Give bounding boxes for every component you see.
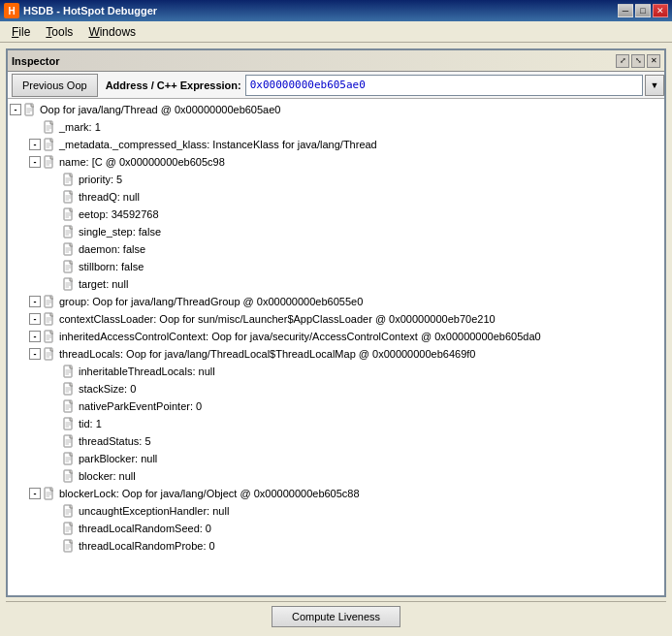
tree-row[interactable]: _mark: 1 — [8, 118, 664, 136]
file-icon — [43, 347, 56, 361]
tree-item-text: tid: 1 — [79, 418, 102, 429]
tree-row[interactable]: - threadLocals: Oop for java/lang/Thread… — [8, 345, 664, 363]
file-icon — [43, 138, 56, 151]
inspector-title: Inspector — [12, 55, 616, 67]
main-area: Inspector ⤢ ⤡ ✕ Previous Oop Address / C… — [0, 43, 672, 636]
tree-item-text: blockerLock: Oop for java/lang/Object @ … — [59, 488, 360, 499]
window-controls: ─ □ ✕ — [618, 4, 668, 17]
file-icon — [62, 260, 76, 273]
address-label: Address / C++ Expression: — [102, 80, 245, 91]
tree-row[interactable]: nativeParkEventPointer: 0 — [8, 398, 664, 415]
address-input[interactable] — [245, 75, 643, 96]
inspector-toolbar: Previous Oop Address / C++ Expression: ▼ — [8, 72, 664, 99]
tree-item-text: Oop for java/lang/Thread @ 0x00000000eb6… — [40, 104, 280, 115]
tree-item-text: nativeParkEventPointer: 0 — [79, 400, 202, 412]
expand-collapse-icon[interactable]: - — [10, 104, 21, 115]
tree-row[interactable]: daemon: false — [8, 240, 664, 258]
file-icon — [43, 487, 56, 500]
file-icon — [62, 522, 76, 535]
tree-row[interactable]: - Oop for java/lang/Thread @ 0x00000000e… — [8, 101, 664, 118]
tree-item-text: parkBlocker: null — [79, 453, 157, 464]
tree-item-text: contextClassLoader: Oop for sun/misc/Lau… — [59, 313, 496, 325]
file-icon — [62, 539, 76, 553]
tree-row[interactable]: stackSize: 0 — [8, 380, 664, 398]
menu-bar: File Tools Windows — [0, 21, 672, 43]
tree-row[interactable]: tid: 1 — [8, 415, 664, 432]
file-icon — [43, 330, 56, 343]
file-icon — [43, 155, 56, 169]
file-icon — [62, 173, 76, 186]
expand-collapse-icon[interactable]: - — [29, 331, 41, 342]
tree-item-text: blocker: null — [79, 470, 136, 482]
expand-collapse-icon[interactable]: - — [29, 139, 41, 150]
expand-collapse-icon[interactable]: - — [29, 313, 41, 325]
tree-row[interactable]: - group: Oop for java/lang/ThreadGroup @… — [8, 293, 664, 310]
tree-row[interactable]: threadStatus: 5 — [8, 432, 664, 450]
file-icon — [62, 434, 76, 448]
inspector-panel: Inspector ⤢ ⤡ ✕ Previous Oop Address / C… — [6, 48, 666, 597]
inspector-close-icon[interactable]: ✕ — [647, 54, 660, 68]
expand-collapse-icon[interactable]: - — [29, 296, 41, 307]
file-icon — [43, 120, 56, 134]
tree-item-text: eetop: 34592768 — [79, 208, 159, 220]
menu-file[interactable]: File — [4, 23, 38, 41]
tree-row[interactable]: - inheritedAccessControlContext: Oop for… — [8, 328, 664, 345]
file-icon — [43, 295, 56, 308]
tree-row[interactable]: blocker: null — [8, 467, 664, 485]
minimize-button[interactable]: ─ — [618, 4, 633, 17]
file-icon — [62, 382, 76, 396]
file-icon — [62, 365, 76, 378]
tree-row[interactable]: target: null — [8, 275, 664, 293]
title-bar: H HSDB - HotSpot Debugger ─ □ ✕ — [0, 0, 672, 21]
address-dropdown-button[interactable]: ▼ — [645, 75, 664, 96]
tree-item-text: group: Oop for java/lang/ThreadGroup @ 0… — [59, 296, 363, 307]
previous-oop-button[interactable]: Previous Oop — [12, 74, 98, 97]
inspector-title-icons: ⤢ ⤡ ✕ — [616, 54, 660, 68]
file-icon — [62, 225, 76, 238]
menu-windows[interactable]: Windows — [80, 23, 144, 41]
tree-row[interactable]: inheritableThreadLocals: null — [8, 363, 664, 380]
tree-item-text: threadLocalRandomSeed: 0 — [79, 523, 211, 534]
file-icon — [62, 469, 76, 483]
tree-row[interactable]: - _metadata._compressed_klass: InstanceK… — [8, 136, 664, 153]
tree-row[interactable]: - name: [C @ 0x00000000eb605c98 — [8, 153, 664, 171]
tree-item-text: stillborn: false — [79, 261, 144, 272]
tree-item-text: inheritedAccessControlContext: Oop for j… — [59, 331, 541, 342]
tree-row[interactable]: stillborn: false — [8, 258, 664, 275]
tree-row[interactable]: threadLocalRandomSeed: 0 — [8, 520, 664, 537]
tree-row[interactable]: - blockerLock: Oop for java/lang/Object … — [8, 485, 664, 502]
tree-row[interactable]: uncaughtExceptionHandler: null — [8, 502, 664, 520]
maximize-button[interactable]: □ — [635, 4, 651, 17]
file-icon — [62, 452, 76, 465]
tree-item-text: uncaughtExceptionHandler: null — [79, 505, 229, 517]
tree-item-text: name: [C @ 0x00000000eb605c98 — [59, 156, 225, 168]
tree-item-text: threadLocals: Oop for java/lang/ThreadLo… — [59, 348, 475, 360]
tree-row[interactable]: threadLocalRandomProbe: 0 — [8, 537, 664, 555]
expand-icon[interactable]: ⤡ — [631, 54, 645, 68]
tree-row[interactable]: eetop: 34592768 — [8, 206, 664, 223]
expand-collapse-icon[interactable]: - — [29, 348, 41, 360]
inspector-title-bar: Inspector ⤢ ⤡ ✕ — [8, 50, 664, 72]
restore-icon[interactable]: ⤢ — [616, 54, 629, 68]
file-icon — [62, 277, 76, 291]
tree-row[interactable]: threadQ: null — [8, 188, 664, 206]
close-button[interactable]: ✕ — [653, 4, 668, 17]
tree-item-text: stackSize: 0 — [79, 383, 136, 395]
file-icon — [62, 504, 76, 518]
bottom-bar: Compute Liveness — [6, 601, 666, 630]
file-icon — [62, 417, 76, 430]
tree-container[interactable]: - Oop for java/lang/Thread @ 0x00000000e… — [8, 99, 664, 595]
tree-item-text: _mark: 1 — [59, 121, 101, 133]
tree-row[interactable]: priority: 5 — [8, 171, 664, 188]
menu-tools[interactable]: Tools — [38, 23, 80, 41]
tree-item-text: _metadata._compressed_klass: InstanceKla… — [59, 139, 377, 150]
compute-liveness-button[interactable]: Compute Liveness — [272, 606, 400, 627]
expand-collapse-icon[interactable]: - — [29, 156, 41, 168]
file-icon — [62, 207, 76, 221]
tree-row[interactable]: parkBlocker: null — [8, 450, 664, 467]
expand-collapse-icon[interactable]: - — [29, 488, 41, 499]
file-icon — [23, 103, 37, 116]
tree-row[interactable]: single_step: false — [8, 223, 664, 240]
tree-row[interactable]: - contextClassLoader: Oop for sun/misc/L… — [8, 310, 664, 328]
tree-item-text: priority: 5 — [79, 174, 122, 185]
